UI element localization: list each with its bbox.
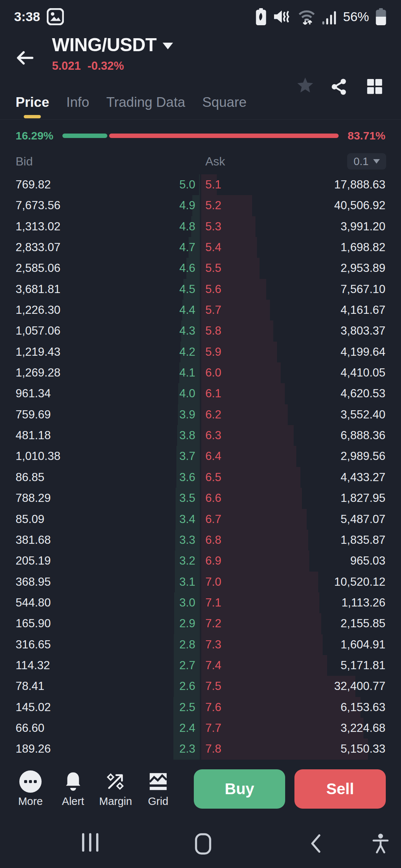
ask-price[interactable]: 7.7 xyxy=(205,718,221,739)
bid-price[interactable]: 3.1 xyxy=(179,572,195,592)
tab-square[interactable]: Square xyxy=(202,85,247,119)
ask-price[interactable]: 6.5 xyxy=(205,467,221,488)
bid-price[interactable]: 3.7 xyxy=(179,446,195,467)
ask-price[interactable]: 5.5 xyxy=(205,258,221,279)
order-book-row[interactable]: 85.093.46.75,487.07 xyxy=(0,509,401,530)
bid-price[interactable]: 4.2 xyxy=(179,342,195,362)
bid-price[interactable]: 2.7 xyxy=(179,655,195,676)
ask-price[interactable]: 7.1 xyxy=(205,592,221,613)
ask-price[interactable]: 6.7 xyxy=(205,509,221,530)
ask-price[interactable]: 7.6 xyxy=(205,697,221,718)
order-book-row[interactable]: 145.022.57.66,153.63 xyxy=(0,697,401,718)
buy-button[interactable]: Buy xyxy=(194,769,285,809)
bid-price[interactable]: 4.1 xyxy=(179,362,195,383)
bid-price[interactable]: 4.7 xyxy=(179,237,195,258)
bid-price[interactable]: 3.5 xyxy=(179,488,195,509)
bid-price[interactable]: 4.3 xyxy=(179,320,195,341)
ask-price[interactable]: 6.0 xyxy=(205,362,221,383)
order-book-row[interactable]: 368.953.17.010,520.12 xyxy=(0,572,401,592)
order-book-row[interactable]: 1,269.284.16.04,410.05 xyxy=(0,362,401,383)
order-book-row[interactable]: 205.193.26.9965.03 xyxy=(0,550,401,571)
sell-button[interactable]: Sell xyxy=(294,769,386,809)
ask-price[interactable]: 7.5 xyxy=(205,676,221,697)
pair-selector[interactable]: WING/USDT xyxy=(52,34,173,56)
ask-price[interactable]: 7.3 xyxy=(205,634,221,655)
bid-price[interactable]: 2.8 xyxy=(179,634,195,655)
margin-button[interactable]: Margin xyxy=(95,769,136,808)
order-book-row[interactable]: 3,681.814.55.67,567.10 xyxy=(0,279,401,300)
order-book-row[interactable]: 544.803.07.11,113.26 xyxy=(0,592,401,613)
ask-price[interactable]: 6.3 xyxy=(205,425,221,446)
bid-price[interactable]: 4.0 xyxy=(179,383,195,404)
order-book-row[interactable]: 381.683.36.81,835.87 xyxy=(0,530,401,550)
order-book-row[interactable]: 78.412.67.532,400.77 xyxy=(0,676,401,697)
ask-price[interactable]: 6.4 xyxy=(205,446,221,467)
order-book-row[interactable]: 7,673.564.95.240,506.92 xyxy=(0,195,401,216)
bid-price[interactable]: 4.9 xyxy=(179,195,195,216)
ask-price[interactable]: 5.3 xyxy=(205,216,221,237)
bid-price[interactable]: 3.0 xyxy=(179,592,195,613)
bid-price[interactable]: 4.4 xyxy=(179,300,195,320)
bid-price[interactable]: 3.3 xyxy=(179,530,195,550)
more-button[interactable]: More xyxy=(10,769,50,808)
nav-back-button[interactable] xyxy=(310,833,322,854)
recents-button[interactable] xyxy=(82,833,98,852)
ask-price[interactable]: 7.4 xyxy=(205,655,221,676)
order-book-row[interactable]: 788.293.56.61,827.95 xyxy=(0,488,401,509)
ask-price[interactable]: 6.9 xyxy=(205,550,221,571)
order-book-row[interactable]: 2,833.074.75.41,698.82 xyxy=(0,237,401,258)
bid-price[interactable]: 4.5 xyxy=(179,279,195,300)
bid-price[interactable]: 3.2 xyxy=(179,550,195,571)
order-book-row[interactable]: 114.322.77.45,171.81 xyxy=(0,655,401,676)
home-button[interactable] xyxy=(195,833,211,855)
order-book-row[interactable]: 1,219.434.25.94,199.64 xyxy=(0,342,401,362)
ask-price[interactable]: 6.2 xyxy=(205,404,221,425)
order-book-row[interactable]: 165.902.97.22,155.85 xyxy=(0,613,401,634)
ask-price[interactable]: 5.7 xyxy=(205,300,221,320)
order-book-row[interactable]: 1,010.383.76.42,989.56 xyxy=(0,446,401,467)
ask-price[interactable]: 5.2 xyxy=(205,195,221,216)
order-book-row[interactable]: 2,585.064.65.52,953.89 xyxy=(0,258,401,279)
order-book-row[interactable]: 481.183.86.36,888.36 xyxy=(0,425,401,446)
ask-price[interactable]: 5.4 xyxy=(205,237,221,258)
grid-trading-button[interactable]: Grid xyxy=(138,769,178,808)
ask-price[interactable]: 7.2 xyxy=(205,613,221,634)
tab-info[interactable]: Info xyxy=(66,85,89,119)
ask-price[interactable]: 5.1 xyxy=(205,174,221,195)
order-book-row[interactable]: 961.344.06.14,620.53 xyxy=(0,383,401,404)
alert-button[interactable]: Alert xyxy=(53,769,93,808)
bid-price[interactable]: 4.8 xyxy=(179,216,195,237)
bid-price[interactable]: 2.4 xyxy=(179,718,195,739)
ask-price[interactable]: 5.6 xyxy=(205,279,221,300)
ask-price[interactable]: 6.1 xyxy=(205,383,221,404)
order-book-row[interactable]: 1,313.024.85.33,991.20 xyxy=(0,216,401,237)
order-book-row[interactable]: 189.262.37.85,150.33 xyxy=(0,739,401,759)
order-book-row[interactable]: 769.825.05.117,888.63 xyxy=(0,174,401,195)
order-book-row[interactable]: 1,226.304.45.74,161.67 xyxy=(0,300,401,320)
bid-price[interactable]: 4.6 xyxy=(179,258,195,279)
bid-price[interactable]: 3.9 xyxy=(179,404,195,425)
order-book-row[interactable]: 86.853.66.54,433.27 xyxy=(0,467,401,488)
bid-price[interactable]: 2.5 xyxy=(179,697,195,718)
accessibility-button[interactable] xyxy=(372,833,389,855)
order-book-row[interactable]: 1,057.064.35.83,803.37 xyxy=(0,320,401,341)
bid-price[interactable]: 3.4 xyxy=(179,509,195,530)
ask-price[interactable]: 5.9 xyxy=(205,342,221,362)
order-book-row[interactable]: 316.652.87.31,604.91 xyxy=(0,634,401,655)
bid-price[interactable]: 5.0 xyxy=(179,174,195,195)
bid-price[interactable]: 2.3 xyxy=(179,739,195,759)
bid-price[interactable]: 2.9 xyxy=(179,613,195,634)
ask-price[interactable]: 5.8 xyxy=(205,320,221,341)
ask-price[interactable]: 6.8 xyxy=(205,530,221,550)
order-book-row[interactable]: 759.693.96.23,552.40 xyxy=(0,404,401,425)
tab-trading-data[interactable]: Trading Data xyxy=(106,85,185,119)
ask-price[interactable]: 7.0 xyxy=(205,572,221,592)
order-book-row[interactable]: 66.602.47.73,224.68 xyxy=(0,718,401,739)
bid-price[interactable]: 2.6 xyxy=(179,676,195,697)
bid-price[interactable]: 3.6 xyxy=(179,467,195,488)
bid-price[interactable]: 3.8 xyxy=(179,425,195,446)
tick-size-select[interactable]: 0.1 xyxy=(347,153,386,170)
tab-price[interactable]: Price xyxy=(16,85,49,119)
ask-price[interactable]: 6.6 xyxy=(205,488,221,509)
back-button[interactable] xyxy=(14,47,35,68)
